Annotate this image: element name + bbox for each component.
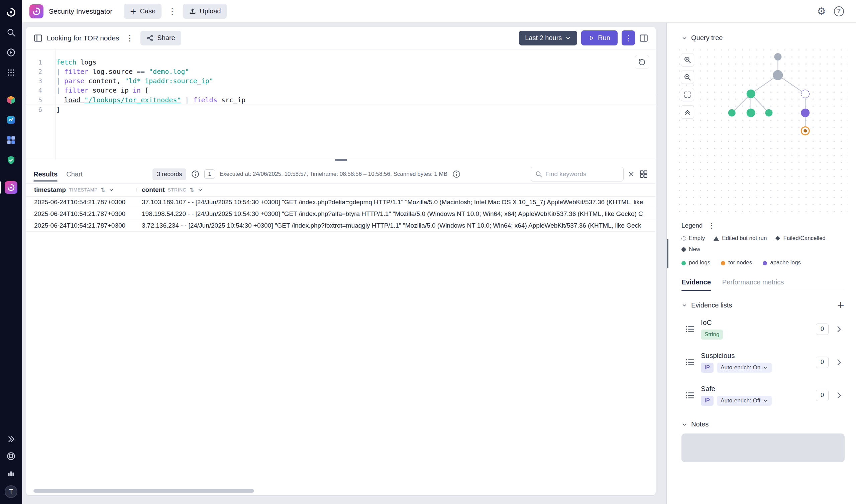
query-tree-graph[interactable] [676,47,848,214]
auto-enrich-toggle[interactable]: Auto-enrich: On [717,363,772,373]
investigation-panel-icon[interactable] [33,33,43,43]
query-menu-kebab-icon[interactable]: ⋮ [123,31,137,45]
line-text: | filter log.source == "demo.log" [49,67,189,76]
upload-button[interactable]: Upload [183,4,227,19]
help-icon[interactable]: ? [834,6,844,16]
query-editor[interactable]: 1fetch logs2| filter log.source == "demo… [26,50,656,160]
chevron-right-icon[interactable] [835,358,843,367]
source-label: apache logs [770,259,801,267]
evidence-list-suspicious[interactable]: SuspiciousIPAuto-enrich: On0 [681,347,845,377]
code-line[interactable]: 5 load "/lookups/tor_exitnodes" | fields… [26,95,656,105]
find-keywords-box[interactable] [531,167,624,181]
chevron-right-icon[interactable] [835,325,843,334]
evidence-title: Suspicious [701,352,810,360]
share-button-label: Share [157,34,175,42]
column-header-content[interactable]: content STRING ⇅ [137,186,656,194]
legend-sources: pod logstor nodesapache logs [681,259,845,267]
chevron-right-icon[interactable] [835,391,843,400]
support-icon[interactable] [4,449,18,463]
table-row[interactable]: 2025-06-24T10:54:21.787+0300198.198.54.2… [26,208,656,220]
splitter-handle[interactable] [335,159,347,161]
find-keywords-input[interactable] [546,170,619,178]
auto-enrich-toggle[interactable]: Auto-enrich: Off [717,396,772,406]
legend-source[interactable]: tor nodes [721,259,752,267]
sort-icon[interactable]: ⇅ [101,186,105,193]
tree-node-gray[interactable] [773,70,783,80]
query-tree-canvas[interactable] [676,47,848,214]
execution-info-icon[interactable] [452,170,461,179]
evidence-body: SafeIPAuto-enrich: Off [701,385,810,406]
run-button[interactable]: Run [581,31,618,46]
panel-scrollbar-thumb[interactable] [667,239,668,268]
add-evidence-list-icon[interactable]: + [837,301,845,310]
zoom-in-icon[interactable] [681,53,694,67]
sidebar-bottom: T [4,432,18,498]
code-line[interactable]: 3| parse content, "ld* ipaddr:source_ip" [26,76,656,86]
usage-chart-icon[interactable] [4,466,18,480]
tree-node-gray[interactable] [774,53,781,60]
evidence-list-ioc[interactable]: IoCString0 [681,314,845,344]
column-layout-icon[interactable] [639,169,648,179]
evidence-list-safe[interactable]: SafeIPAuto-enrich: Off0 [681,380,845,410]
app-analytics-icon[interactable] [4,113,18,127]
notes-input[interactable] [681,433,845,462]
tab-evidence[interactable]: Evidence [681,274,711,291]
getting-started-icon[interactable] [4,46,18,59]
app-observability-icon[interactable] [4,93,18,107]
app-security-investigator-icon[interactable] [4,180,18,195]
sort-icon[interactable]: ⇅ [190,186,194,193]
tree-node-green[interactable] [747,109,755,117]
code-line[interactable]: 1fetch logs [26,57,656,67]
column-header-timestamp[interactable]: timestamp TIMESTAMP ⇅ [26,186,137,194]
avatar[interactable]: T [5,485,17,498]
tree-node-empty[interactable] [801,90,809,98]
fit-view-icon[interactable] [681,88,694,101]
tree-node-purple[interactable] [801,109,809,117]
query-tree-header[interactable]: Query tree [681,34,845,42]
content-cell: 3.72.136.234 - - [24/Jun/2025 10:54:30 +… [137,222,656,229]
line-number: 1 [26,57,49,67]
reset-query-icon[interactable] [635,55,649,69]
new-case-button[interactable]: +Case [124,4,161,19]
run-menu-kebab-icon[interactable]: ⋮ [622,31,635,46]
legend-status-triangle: Edited but not run [714,235,767,241]
table-row[interactable]: 2025-06-24T10:54:21.787+03003.72.136.234… [26,220,656,232]
expand-sidebar-icon[interactable] [4,432,18,446]
horizontal-scrollbar[interactable] [33,489,254,493]
toggle-right-panel-icon[interactable] [639,33,648,43]
tree-node-green[interactable] [765,109,772,116]
settings-gear-icon[interactable]: ⚙ [817,6,826,16]
chevron-down-icon[interactable] [108,187,114,193]
app-dashboards-icon[interactable] [4,133,18,147]
tab-chart[interactable]: Chart [66,165,83,183]
code-line[interactable]: 2| filter log.source == "demo.log" [26,67,656,76]
notes-header[interactable]: Notes [681,420,845,428]
evidence-lists-header[interactable]: Evidence lists + [681,301,845,310]
line-number: 6 [26,105,49,114]
query-info-icon[interactable] [191,170,200,179]
app-siem-icon[interactable] [4,153,18,167]
tree-node-green[interactable] [747,90,755,98]
collapse-tree-icon[interactable] [681,105,694,119]
tab-results[interactable]: Results [33,165,57,183]
tree-node-selected[interactable] [801,127,809,135]
tab-performance-metrics[interactable]: Performance metrics [722,274,784,291]
chevron-down-icon[interactable] [197,187,203,193]
table-row[interactable]: 2025-06-24T10:54:21.787+030037.103.189.1… [26,197,656,208]
time-range-select[interactable]: Last 2 hours [519,31,577,46]
legend-menu-kebab-icon[interactable]: ⋮ [708,221,715,230]
apps-grid-icon[interactable] [4,66,18,79]
tree-node-green[interactable] [728,109,736,116]
product-logo-icon[interactable] [4,5,18,19]
info-count-badge[interactable]: 1 [204,169,215,179]
legend-source[interactable]: apache logs [763,259,801,267]
share-button[interactable]: Share [140,31,181,46]
zoom-out-icon[interactable] [681,71,694,84]
legend-source[interactable]: pod logs [681,259,710,267]
clear-search-icon[interactable] [628,170,635,178]
workspace: Looking for TOR nodes ⋮ Share Last 2 hou… [22,23,666,504]
code-line[interactable]: 4| filter source_ip in [ [26,86,656,95]
code-line[interactable]: 6] [26,105,656,114]
case-menu-kebab-icon[interactable]: ⋮ [165,4,179,18]
search-icon[interactable] [4,25,18,39]
